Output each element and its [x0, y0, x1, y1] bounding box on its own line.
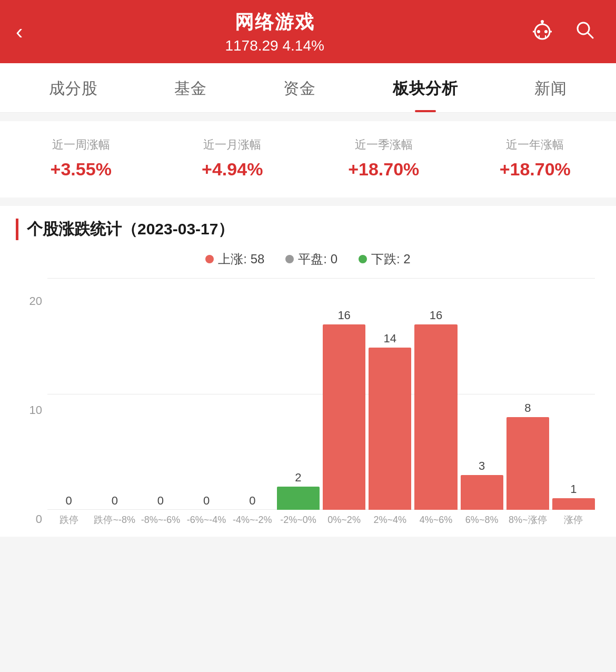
tab-constituent-stocks[interactable]: 成分股 — [38, 63, 108, 112]
bar-value-9: 3 — [479, 459, 485, 473]
stat-quarter: 近一季涨幅 +18.70% — [308, 132, 460, 185]
legend-down-dot — [359, 255, 367, 263]
x-label-10: 8%~涨停 — [506, 514, 549, 526]
bar-col-3: 0 — [185, 494, 228, 510]
legend-up-dot — [205, 255, 214, 263]
legend-flat-label: 平盘: 0 — [298, 251, 337, 268]
bar-value-1: 0 — [112, 494, 118, 508]
bar-col-10: 8 — [506, 401, 549, 510]
section-title: 个股涨跌统计（2023-03-17） — [16, 219, 600, 240]
x-label-1: 跌停~-8% — [93, 514, 136, 526]
stat-year-label: 近一年涨幅 — [462, 137, 609, 153]
header: ‹ 网络游戏 1178.29 4.14% — [0, 0, 616, 63]
bar-9 — [461, 475, 503, 510]
x-label-7: 2%~4% — [369, 514, 411, 526]
chart-wrapper: 20 10 0 000002161416381 跌停跌停~-8%-8%~-6%-… — [21, 278, 595, 526]
tab-fund[interactable]: 基金 — [164, 63, 217, 112]
bar-6 — [323, 324, 365, 510]
svg-line-10 — [588, 33, 593, 38]
bar-col-11: 1 — [552, 482, 595, 510]
bar-value-4: 0 — [249, 494, 255, 508]
stat-week-label: 近一周涨幅 — [8, 137, 154, 153]
legend-down-label: 下跌: 2 — [371, 251, 411, 268]
bar-value-8: 16 — [430, 309, 442, 322]
bar-value-11: 1 — [570, 482, 577, 496]
bar-col-5: 2 — [277, 471, 320, 510]
page-title: 网络游戏 — [23, 9, 526, 35]
bar-col-8: 16 — [414, 309, 457, 510]
bar-col-0: 0 — [47, 494, 90, 510]
stat-week: 近一周涨幅 +3.55% — [5, 132, 157, 185]
stat-year-value: +18.70% — [462, 159, 609, 180]
legend-down: 下跌: 2 — [359, 251, 411, 268]
stat-year: 近一年涨幅 +18.70% — [460, 132, 611, 185]
search-icon[interactable] — [569, 19, 600, 45]
x-label-2: -8%~-6% — [139, 514, 182, 526]
bar-value-3: 0 — [203, 494, 210, 508]
legend-flat-dot — [285, 255, 294, 263]
stat-quarter-value: +18.70% — [311, 159, 457, 180]
bar-value-0: 0 — [65, 494, 72, 508]
bar-col-7: 14 — [369, 332, 411, 510]
bars-row: 000002161416381 — [47, 278, 595, 510]
bar-11 — [552, 498, 595, 510]
bar-value-6: 16 — [337, 309, 350, 322]
bar-8 — [414, 324, 457, 510]
header-icons — [526, 18, 600, 46]
stat-month-value: +4.94% — [160, 159, 306, 180]
x-label-9: 6%~8% — [461, 514, 503, 526]
legend-up: 上涨: 58 — [205, 251, 264, 268]
legend-flat: 平盘: 0 — [285, 251, 337, 268]
stat-month: 近一月涨幅 +4.94% — [157, 132, 309, 185]
y-label-20: 20 — [21, 294, 42, 308]
bar-7 — [369, 348, 411, 510]
legend-up-label: 上涨: 58 — [218, 251, 264, 268]
x-label-4: -4%~-2% — [231, 514, 274, 526]
stat-week-value: +3.55% — [8, 159, 154, 180]
stats-grid: 近一周涨幅 +3.55% 近一月涨幅 +4.94% 近一季涨幅 +18.70% … — [0, 121, 616, 197]
back-button[interactable]: ‹ — [16, 20, 23, 44]
tab-bar: 成分股 基金 资金 板块分析 新闻 — [0, 63, 616, 113]
bar-value-5: 2 — [295, 471, 301, 485]
chart-section: 个股涨跌统计（2023-03-17） 上涨: 58 平盘: 0 下跌: 2 20… — [0, 206, 616, 537]
chart-area: 000002161416381 跌停跌停~-8%-8%~-6%-6%~-4%-4… — [47, 278, 595, 526]
y-label-10: 10 — [21, 403, 42, 417]
bar-chart: 20 10 0 000002161416381 跌停跌停~-8%-8%~-6%-… — [16, 278, 600, 537]
bar-col-6: 16 — [323, 309, 365, 510]
x-label-8: 4%~6% — [414, 514, 457, 526]
svg-point-4 — [541, 20, 544, 23]
bar-col-4: 0 — [231, 494, 274, 510]
bar-col-2: 0 — [139, 494, 182, 510]
stat-quarter-label: 近一季涨幅 — [311, 137, 457, 153]
x-label-0: 跌停 — [47, 514, 90, 526]
tab-news[interactable]: 新闻 — [524, 63, 578, 112]
y-label-0: 0 — [21, 512, 42, 526]
header-subtitle: 1178.29 4.14% — [23, 37, 526, 54]
bar-value-7: 14 — [384, 332, 396, 345]
tab-sector-analysis[interactable]: 板块分析 — [382, 63, 469, 112]
bar-5 — [277, 487, 320, 510]
bar-value-10: 8 — [524, 401, 531, 415]
svg-point-2 — [544, 30, 548, 33]
x-label-11: 涨停 — [552, 514, 595, 526]
x-labels: 跌停跌停~-8%-8%~-6%-6%~-4%-4%~-2%-2%~0%0%~2%… — [47, 514, 595, 526]
x-label-5: -2%~0% — [277, 514, 320, 526]
x-label-6: 0%~2% — [323, 514, 365, 526]
stat-month-label: 近一月涨幅 — [160, 137, 306, 153]
bar-col-9: 3 — [461, 459, 503, 510]
bar-10 — [506, 417, 549, 510]
tab-capital[interactable]: 资金 — [273, 63, 326, 112]
bar-value-2: 0 — [157, 494, 164, 508]
y-axis: 20 10 0 — [21, 294, 47, 526]
chart-legend: 上涨: 58 平盘: 0 下跌: 2 — [16, 251, 600, 268]
bar-col-1: 0 — [93, 494, 136, 510]
header-center: 网络游戏 1178.29 4.14% — [23, 9, 526, 54]
robot-icon[interactable] — [526, 18, 558, 46]
svg-point-1 — [537, 30, 540, 33]
x-label-3: -6%~-4% — [185, 514, 228, 526]
